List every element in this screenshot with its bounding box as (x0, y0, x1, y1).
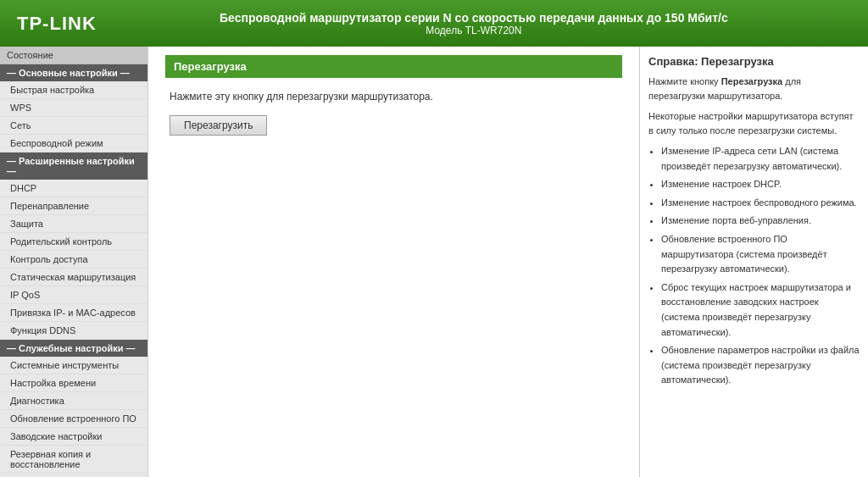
help-intro: Нажмите кнопку Перезагрузка для перезагр… (648, 75, 860, 103)
help-list-item: Изменение настроек беспроводного режима. (661, 196, 860, 211)
help-note: Некоторые настройки маршрутизатора вступ… (648, 109, 860, 137)
sidebar-item-status[interactable]: Состояние (0, 47, 147, 64)
sidebar-item-binding[interactable]: Привязка IP- и MAC-адресов (0, 304, 147, 322)
header-sub-title: Модель TL-WR720N (97, 25, 851, 36)
sidebar-item-security[interactable]: Защита (0, 215, 147, 233)
sidebar-item-factory[interactable]: Заводские настройки (0, 428, 147, 446)
sidebar-item-systools[interactable]: Системные инструменты (0, 357, 147, 374)
content-area: Перезагрузка Нажмите эту кнопку для пере… (148, 47, 639, 477)
help-title: Справка: Перезагрузка (648, 55, 860, 68)
help-list-item: Обновление параметров настройки из файла… (661, 343, 860, 388)
help-panel: Справка: Перезагрузка Нажмите кнопку Пер… (639, 47, 868, 477)
sidebar-item-reboot[interactable]: Перезагрузка (0, 474, 147, 477)
sidebar-item-quicksetup[interactable]: Быстрая настройка (0, 81, 147, 99)
sidebar-item-forwarding[interactable]: Перенаправление (0, 197, 147, 215)
sidebar-item-backup[interactable]: Резервная копия и восстановление (0, 446, 147, 474)
sidebar-item-diagnostics[interactable]: Диагностика (0, 392, 147, 410)
help-list-item: Изменение настроек DHCP. (661, 177, 860, 192)
sidebar-item-routing[interactable]: Статическая маршрутизация (0, 269, 147, 286)
help-list-item: Обновление встроенного ПО маршрутизатора… (661, 232, 860, 277)
sidebar-item-ddns[interactable]: Функция DDNS (0, 322, 147, 340)
sidebar-item-access[interactable]: Контроль доступа (0, 251, 147, 269)
sidebar-item-timeset[interactable]: Настройка времени (0, 374, 147, 392)
sidebar-item-network[interactable]: Сеть (0, 117, 147, 135)
sidebar-section-advanced: — Расширенные настройки — (0, 153, 147, 180)
help-list-item: Изменение IP-адреса сети LAN (система пр… (661, 144, 860, 174)
content-title: Перезагрузка (165, 55, 622, 78)
content-inner: Перезагрузка Нажмите эту кнопку для пере… (148, 47, 639, 144)
sidebar-item-parental[interactable]: Родительский контроль (0, 233, 147, 251)
sidebar-item-wps[interactable]: WPS (0, 99, 147, 117)
sidebar-item-firmware[interactable]: Обновление встроенного ПО (0, 410, 147, 428)
help-list-item: Изменение порта веб-управления. (661, 214, 860, 229)
sidebar-section-basic: — Основные настройки — (0, 64, 147, 81)
sidebar-section-service: — Служебные настройки — (0, 340, 147, 357)
reboot-button[interactable]: Перезагрузить (170, 115, 267, 136)
sidebar-item-dhcp[interactable]: DHCP (0, 180, 147, 197)
content-description: Нажмите эту кнопку для перезагрузки марш… (165, 91, 622, 103)
sidebar: Состояние — Основные настройки — Быстрая… (0, 47, 148, 477)
header-main-title: Беспроводной маршрутизатор серии N со ск… (97, 11, 851, 25)
sidebar-item-ipqos[interactable]: IP QoS (0, 286, 147, 304)
header-title: Беспроводной маршрутизатор серии N со ск… (97, 11, 851, 36)
help-list-item: Сброс текущих настроек маршрутизатора и … (661, 280, 860, 340)
header: TP-LINK Беспроводной маршрутизатор серии… (0, 0, 868, 47)
help-list: Изменение IP-адреса сети LAN (система пр… (648, 144, 860, 388)
logo: TP-LINK (17, 13, 97, 35)
sidebar-item-wireless[interactable]: Беспроводной режим (0, 135, 147, 153)
main-layout: Состояние — Основные настройки — Быстрая… (0, 47, 868, 477)
